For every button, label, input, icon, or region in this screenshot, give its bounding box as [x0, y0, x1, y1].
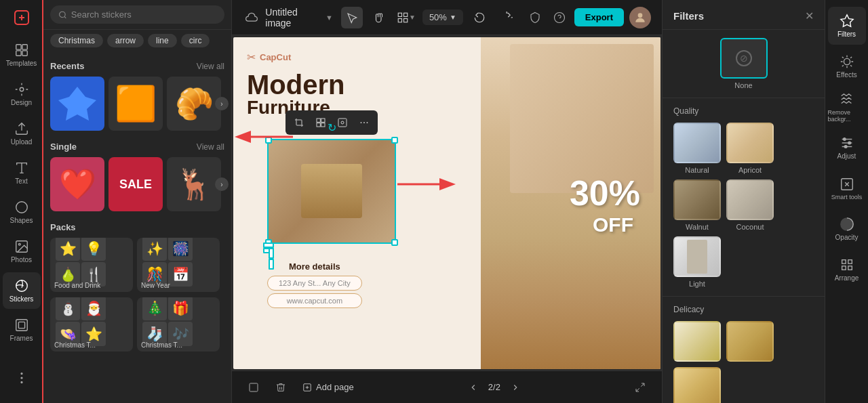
- sticker-recent-1[interactable]: [50, 77, 104, 131]
- tag-line[interactable]: line: [148, 34, 177, 47]
- right-tool-arrange[interactable]: Arrange: [828, 251, 866, 289]
- sidebar-nav: Templates Design Upload Text Shapes Phot…: [0, 0, 43, 403]
- next-page-button[interactable]: [505, 377, 526, 398]
- svg-point-24: [554, 12, 564, 22]
- delete-page-button[interactable]: [270, 377, 292, 398]
- sidebar-item-shapes[interactable]: Shapes: [3, 194, 41, 230]
- svg-rect-4: [22, 45, 26, 49]
- tag-circle[interactable]: circ: [181, 34, 210, 47]
- svg-rect-14: [18, 322, 24, 328]
- filter-delicacy-3[interactable]: [673, 367, 721, 403]
- handle-lm[interactable]: [269, 248, 274, 259]
- tag-arrow[interactable]: arrow: [107, 34, 144, 47]
- svg-marker-39: [840, 15, 852, 26]
- recents-header: Recents View all: [50, 61, 224, 71]
- undo-button[interactable]: [469, 7, 490, 28]
- filters-panel: Filters ✕ ⊘ None Quality Natural Apricot…: [662, 0, 825, 403]
- right-tool-smart[interactable]: Smart tools: [828, 169, 866, 207]
- svg-point-12: [16, 280, 27, 292]
- filter-none[interactable]: ⊘ None: [673, 38, 814, 89]
- canvas-discount: 30%: [570, 173, 640, 213]
- sticker-single-2[interactable]: SALE: [108, 157, 163, 211]
- select-tool[interactable]: [341, 7, 363, 28]
- fit-to-screen-button[interactable]: [629, 377, 651, 398]
- filter-none-thumb: ⊘: [720, 38, 768, 79]
- export-button[interactable]: Export: [574, 8, 624, 26]
- filter-walnut[interactable]: Walnut: [673, 179, 721, 231]
- pack-new-year[interactable]: ✨ 🎆 🎊 📅 New Year: [137, 238, 220, 292]
- page-info: 2/2: [488, 382, 500, 392]
- sidebar-item-photos[interactable]: Photos: [3, 233, 41, 270]
- svg-point-44: [843, 138, 846, 141]
- app-logo[interactable]: [9, 5, 34, 30]
- delicacy-section: Delicacy: [663, 297, 825, 403]
- filter-walnut-thumb: [673, 179, 721, 220]
- sticker-recent-2[interactable]: 🟧: [108, 77, 163, 131]
- sticker-single-3[interactable]: 🦌: [167, 157, 221, 211]
- filter-light[interactable]: Light: [673, 236, 721, 288]
- handle-tm[interactable]: [263, 242, 274, 248]
- crop-tool[interactable]: [290, 113, 309, 132]
- hand-tool[interactable]: [368, 7, 390, 28]
- help-icon[interactable]: [550, 8, 569, 27]
- filter-natural[interactable]: Natural: [673, 123, 721, 174]
- selected-element[interactable]: ··· ↻: [267, 139, 396, 244]
- pack-christmas-1[interactable]: ⛄ 🎅 👒 ⭐ Christmas T...: [50, 297, 133, 352]
- view-options[interactable]: ▼: [395, 7, 417, 28]
- sticker-recent-3[interactable]: 🥐: [167, 77, 221, 131]
- tag-christmas[interactable]: Christmas: [50, 34, 103, 47]
- doc-title-chevron[interactable]: ▼: [326, 14, 333, 22]
- right-tool-remove-bg[interactable]: Remove backgr...: [828, 88, 866, 126]
- right-tool-effects[interactable]: Effects: [828, 47, 866, 85]
- sidebar-item-stickers[interactable]: Stickers: [3, 272, 41, 309]
- canvas-address: 123 Any St... Any City: [267, 276, 362, 291]
- img-top: [510, 44, 654, 194]
- sidebar-item-templates[interactable]: Templates: [3, 37, 41, 73]
- filter-delicacy-1[interactable]: [673, 321, 721, 362]
- filter-coconut[interactable]: Coconut: [726, 179, 774, 231]
- recents-grid: 🟧 🥐 ›: [50, 77, 224, 131]
- search-input[interactable]: [71, 9, 216, 20]
- handle-tl[interactable]: [265, 137, 272, 144]
- filters-close-button[interactable]: ✕: [805, 9, 814, 22]
- filter-delicacy-2[interactable]: [726, 321, 774, 362]
- handle-tr[interactable]: [391, 137, 398, 144]
- pack-sticker: 🎆: [168, 238, 193, 261]
- redo-button[interactable]: [496, 7, 517, 28]
- rotate-handle[interactable]: ↻: [328, 121, 336, 134]
- single-view-all[interactable]: View all: [197, 142, 224, 152]
- pack-sticker: 📅: [168, 262, 193, 287]
- svg-rect-20: [398, 13, 401, 16]
- avatar[interactable]: [629, 7, 651, 28]
- cloud-icon[interactable]: [243, 8, 260, 27]
- sticker-single-1[interactable]: ❤️: [50, 157, 104, 211]
- recents-next-arrow[interactable]: ›: [215, 97, 229, 110]
- filter-delicacy-3-thumb: [673, 367, 721, 403]
- zoom-control[interactable]: 50% ▼: [422, 9, 463, 25]
- more-button[interactable]: [3, 360, 41, 396]
- sidebar-item-upload[interactable]: Upload: [3, 115, 41, 152]
- pack-food-drink[interactable]: ⭐ 💡 🍐 🍴 Food and Drink: [50, 238, 133, 292]
- recents-view-all[interactable]: View all: [197, 62, 224, 71]
- more-inline-tool[interactable]: ···: [355, 113, 374, 132]
- right-tool-adjust[interactable]: Adjust: [828, 129, 866, 167]
- right-tool-opacity[interactable]: Opacity: [828, 210, 866, 248]
- svg-rect-30: [321, 123, 325, 126]
- handle-br[interactable]: [391, 239, 398, 246]
- filter-apricot[interactable]: Apricot: [726, 123, 774, 174]
- page-settings-button[interactable]: [243, 377, 264, 398]
- single-next-arrow[interactable]: ›: [215, 177, 229, 191]
- design-canvas[interactable]: ✂ CapCut Modern Furniture 30% OFF: [233, 37, 660, 369]
- packs-header: Packs: [50, 222, 224, 232]
- pack-sticker: 💡: [81, 238, 106, 261]
- sidebar-item-text[interactable]: Text: [3, 154, 41, 191]
- canvas-area: ✂ CapCut Modern Furniture 30% OFF: [232, 35, 662, 370]
- pack-christmas-2[interactable]: 🎄 🎁 🧦 🎶 Christmas T...: [137, 297, 220, 352]
- shield-icon[interactable]: [526, 8, 545, 27]
- prev-page-button[interactable]: [462, 377, 484, 398]
- recents-title: Recents: [50, 61, 85, 71]
- right-tool-filters[interactable]: Filters: [828, 7, 866, 45]
- add-page-button[interactable]: Add page: [297, 379, 359, 395]
- sidebar-item-frames[interactable]: Frames: [3, 312, 41, 348]
- sidebar-item-design[interactable]: Design: [3, 76, 41, 112]
